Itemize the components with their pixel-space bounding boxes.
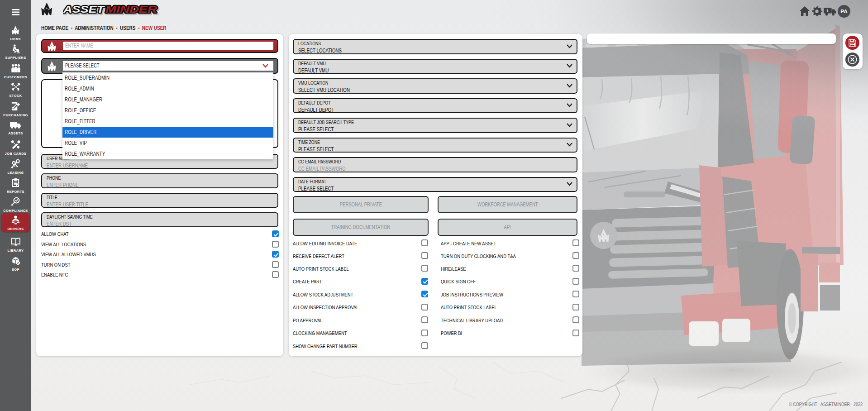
svg-text:i: i <box>826 8 828 13</box>
svg-text:ASSET: ASSET <box>63 4 105 15</box>
svg-text:MINDER: MINDER <box>105 4 157 15</box>
